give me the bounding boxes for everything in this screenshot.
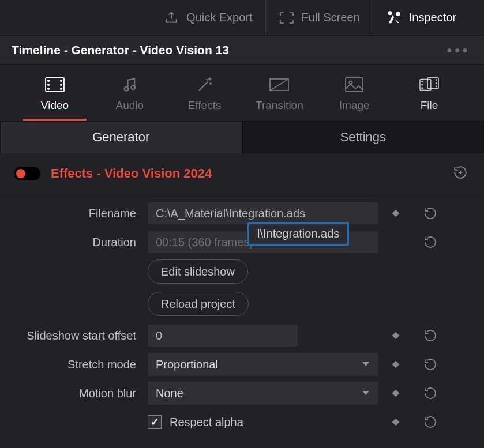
tab-settings[interactable]: Settings bbox=[242, 121, 485, 153]
inspector-button[interactable]: Inspector bbox=[373, 0, 469, 35]
svg-rect-27 bbox=[392, 390, 400, 397]
filename-keyframe[interactable] bbox=[378, 209, 413, 218]
tab-transition[interactable]: Transition bbox=[247, 76, 311, 121]
svg-point-3 bbox=[48, 80, 49, 81]
tab-audio-label: Audio bbox=[115, 99, 144, 112]
tab-transition-label: Transition bbox=[256, 99, 303, 112]
respect-alpha-checkbox[interactable]: ✓ bbox=[148, 415, 162, 429]
respect-alpha-reset[interactable] bbox=[413, 415, 448, 429]
svg-point-7 bbox=[61, 84, 62, 85]
motion-blur-value: None bbox=[156, 387, 183, 400]
audio-icon bbox=[120, 76, 140, 93]
section-title: Effects - Video Vision 2024 bbox=[51, 166, 212, 181]
tab-effects[interactable]: Effects bbox=[173, 76, 237, 121]
stretch-mode-label: Stretch mode bbox=[14, 358, 148, 371]
row-respect-alpha: ✓ Respect alpha bbox=[14, 408, 470, 436]
full-screen-label: Full Screen bbox=[302, 11, 360, 24]
row-reload-project: Reload project bbox=[14, 289, 470, 321]
slideshow-offset-keyframe[interactable] bbox=[378, 331, 413, 340]
tab-video[interactable]: Video bbox=[23, 76, 87, 121]
svg-rect-25 bbox=[392, 332, 400, 340]
tab-file-label: File bbox=[421, 99, 438, 112]
row-slideshow-offset: Slideshow start offset bbox=[14, 321, 470, 350]
duration-label: Duration bbox=[14, 236, 148, 249]
slideshow-offset-input[interactable] bbox=[148, 325, 298, 347]
motion-blur-select[interactable]: None bbox=[148, 382, 378, 405]
svg-point-6 bbox=[61, 80, 62, 81]
respect-alpha-label: Respect alpha bbox=[170, 416, 243, 429]
reload-project-button[interactable]: Reload project bbox=[148, 292, 249, 316]
quick-export-button[interactable]: Quick Export bbox=[151, 0, 265, 35]
reset-add-icon[interactable] bbox=[453, 165, 470, 182]
svg-point-16 bbox=[422, 84, 423, 85]
svg-point-20 bbox=[436, 82, 437, 84]
row-motion-blur: Motion blur None bbox=[14, 379, 470, 408]
transition-icon bbox=[269, 76, 289, 93]
svg-point-0 bbox=[388, 11, 392, 15]
motion-blur-reset[interactable] bbox=[413, 386, 448, 400]
inspector-label: Inspector bbox=[409, 11, 456, 24]
svg-rect-28 bbox=[392, 419, 400, 426]
svg-point-9 bbox=[124, 87, 128, 91]
row-stretch-mode: Stretch mode Proportional bbox=[14, 350, 470, 379]
quick-export-label: Quick Export bbox=[186, 11, 252, 24]
motion-blur-keyframe[interactable] bbox=[378, 389, 413, 398]
tab-effects-label: Effects bbox=[188, 99, 222, 112]
svg-rect-24 bbox=[392, 210, 400, 217]
pill-tabs: Generator Settings bbox=[0, 121, 484, 153]
filename-reset[interactable] bbox=[413, 206, 448, 220]
svg-point-4 bbox=[48, 84, 49, 85]
tab-audio[interactable]: Audio bbox=[98, 76, 162, 121]
svg-point-1 bbox=[396, 12, 400, 16]
svg-point-17 bbox=[422, 88, 423, 89]
filename-label: Filename bbox=[14, 207, 148, 220]
row-filename: Filename bbox=[14, 199, 470, 228]
video-icon bbox=[45, 76, 65, 93]
page-title: Timeline - Generator - Video Vision 13 bbox=[12, 43, 229, 57]
full-screen-button[interactable]: Full Screen bbox=[265, 0, 373, 35]
filename-input[interactable] bbox=[148, 202, 378, 224]
file-icon bbox=[419, 76, 439, 93]
stretch-mode-select[interactable]: Proportional bbox=[148, 353, 378, 376]
tab-generator[interactable]: Generator bbox=[0, 121, 242, 153]
tab-file[interactable]: File bbox=[397, 76, 461, 121]
svg-point-15 bbox=[422, 81, 423, 82]
slideshow-offset-label: Slideshow start offset bbox=[14, 329, 148, 342]
tab-video-label: Video bbox=[41, 99, 69, 112]
tab-image-label: Image bbox=[339, 99, 370, 112]
subheader: Timeline - Generator - Video Vision 13 ●… bbox=[0, 36, 484, 65]
category-tabs: Video Audio Effects Transition Image Fil… bbox=[0, 65, 484, 121]
section-header: Effects - Video Vision 2024 bbox=[0, 153, 484, 194]
tab-image[interactable]: Image bbox=[322, 76, 386, 121]
duration-input bbox=[148, 231, 378, 253]
svg-point-19 bbox=[436, 80, 437, 81]
row-duration: Duration bbox=[14, 228, 470, 257]
svg-rect-12 bbox=[346, 78, 363, 92]
edit-slideshow-button[interactable]: Edit slideshow bbox=[148, 259, 248, 284]
svg-point-5 bbox=[48, 88, 49, 89]
duration-reset[interactable] bbox=[413, 235, 448, 249]
top-toolbar: Quick Export Full Screen Inspector bbox=[0, 0, 484, 36]
stretch-mode-reset[interactable] bbox=[413, 357, 448, 371]
menu-dots-icon[interactable]: ●●● bbox=[444, 45, 472, 55]
fullscreen-icon bbox=[279, 10, 295, 26]
slideshow-offset-reset[interactable] bbox=[413, 329, 448, 342]
row-edit-slideshow: Edit slideshow bbox=[14, 257, 470, 289]
stretch-mode-value: Proportional bbox=[156, 358, 218, 371]
motion-blur-label: Motion blur bbox=[14, 387, 148, 400]
respect-alpha-keyframe[interactable] bbox=[378, 417, 413, 427]
svg-rect-26 bbox=[392, 361, 400, 368]
image-icon bbox=[344, 76, 364, 93]
svg-point-10 bbox=[131, 85, 135, 89]
svg-point-13 bbox=[350, 81, 352, 84]
svg-point-21 bbox=[436, 86, 437, 87]
svg-point-8 bbox=[61, 88, 62, 89]
effects-icon bbox=[195, 76, 215, 93]
export-icon bbox=[163, 10, 179, 26]
stretch-mode-keyframe[interactable] bbox=[378, 360, 413, 369]
inspector-icon bbox=[386, 10, 402, 26]
properties-panel: Filename Duration Edit slideshow Reload … bbox=[0, 194, 484, 448]
section-enable-toggle[interactable] bbox=[14, 167, 40, 180]
